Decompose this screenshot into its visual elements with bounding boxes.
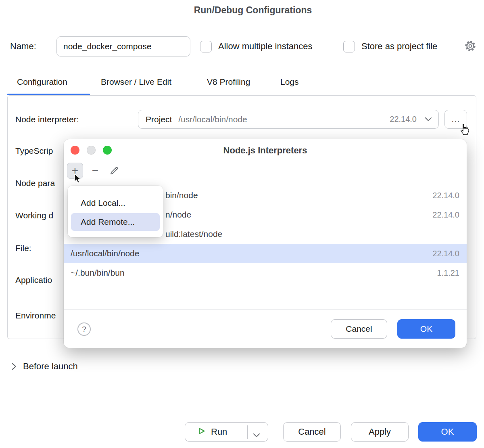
allow-multiple-instances-checkbox[interactable] (200, 41, 212, 52)
node-interpreter-label: Node interpreter: (15, 115, 79, 124)
tab-browser-live-edit[interactable]: Browser / Live Edit (101, 77, 171, 87)
environment-variables-label: Environme (15, 311, 56, 320)
interpreters-cancel-button[interactable]: Cancel (331, 319, 387, 339)
interpreter-path: /usr/local/bin/node (178, 115, 390, 124)
cancel-button[interactable]: Cancel (283, 422, 341, 442)
before-launch-section[interactable]: Before launch (23, 361, 78, 372)
ok-button[interactable]: OK (418, 422, 477, 442)
settings-gear-icon[interactable] (464, 40, 477, 52)
file-label: File: (15, 243, 31, 253)
typescript-label: TypeScrip (15, 146, 53, 156)
working-directory-label: Working d (15, 211, 53, 220)
run-dropdown-chevron-icon[interactable] (253, 430, 260, 440)
name-label: Name: (10, 41, 36, 52)
run-debug-configurations-window: Run/Debug Configurations Name: node_dock… (0, 0, 484, 448)
chevron-down-icon (425, 116, 432, 123)
add-interpreter-button[interactable]: + (67, 163, 83, 179)
edit-pencil-icon[interactable] (109, 165, 119, 176)
name-input[interactable]: node_docker_compose (56, 36, 190, 57)
node-interpreter-select[interactable]: Project /usr/local/bin/node 22.14.0 (138, 110, 439, 129)
node-parameters-label: Node para (15, 178, 55, 188)
interpreters-dialog-title: Node.js Interpreters (64, 145, 467, 156)
menu-item-add-remote[interactable]: Add Remote... (71, 213, 160, 231)
name-value: node_docker_compose (63, 42, 151, 51)
run-split-divider (247, 425, 248, 439)
run-button-label: Run (211, 427, 227, 437)
remove-interpreter-button[interactable]: − (87, 163, 103, 179)
interpreter-version: 22.14.0 (390, 115, 417, 124)
interpreter-row[interactable]: ~/.bun/bin/bun 1.1.21 (64, 263, 467, 283)
interpreter-scope: Project (146, 115, 172, 124)
interpreter-row-selected[interactable]: /usr/local/bin/node 22.14.0 (64, 244, 467, 263)
interpreters-ok-button[interactable]: OK (397, 319, 455, 339)
browse-interpreters-button[interactable]: ... (444, 110, 467, 129)
chevron-right-icon[interactable] (11, 362, 17, 371)
add-interpreter-menu: Add Local... Add Remote... (68, 186, 163, 237)
run-button[interactable]: Run (185, 422, 268, 442)
store-as-project-file-checkbox[interactable] (343, 41, 355, 52)
run-play-icon (197, 427, 206, 438)
application-parameters-label: Applicatio (15, 275, 52, 285)
store-as-project-file-label: Store as project file (361, 41, 437, 52)
tab-configuration[interactable]: Configuration (17, 77, 67, 87)
menu-item-add-local[interactable]: Add Local... (81, 194, 125, 212)
node-interpreters-dialog: Node.js Interpreters + − bin/node 22.14.… (64, 139, 467, 348)
tab-logs[interactable]: Logs (280, 77, 299, 87)
page-title: Run/Debug Configurations (22, 5, 484, 16)
tab-v8-profiling[interactable]: V8 Profiling (207, 77, 250, 87)
interpreters-dialog-footer: ? Cancel OK (64, 309, 467, 348)
apply-button[interactable]: Apply (351, 422, 409, 442)
help-button[interactable]: ? (77, 322, 91, 336)
allow-multiple-instances-label: Allow multiple instances (218, 41, 313, 52)
